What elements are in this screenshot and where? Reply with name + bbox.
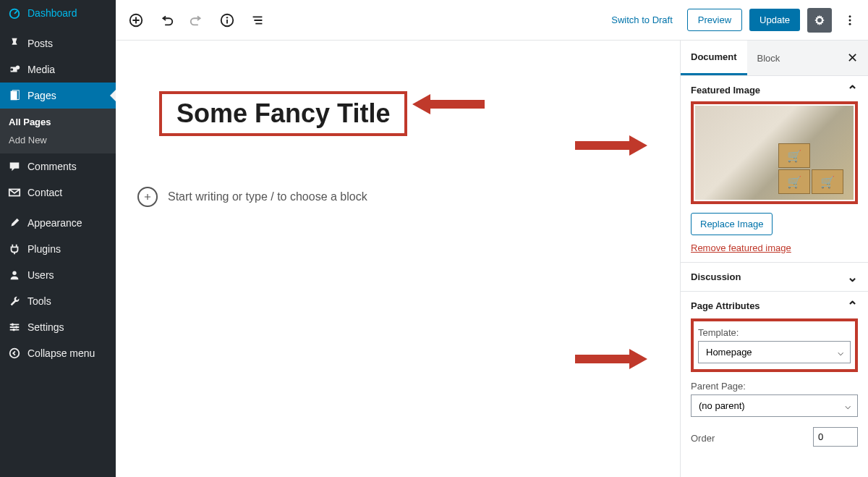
sidebar-item-label: Dashboard <box>27 7 77 19</box>
order-label: Order <box>691 433 715 444</box>
svg-point-5 <box>12 271 16 275</box>
editor-canvas: Some Fancy Title Start writing or type /… <box>116 41 680 477</box>
pin-icon <box>7 36 22 51</box>
panel-tabs: Document Block ✕ <box>681 41 868 76</box>
admin-sidebar: Dashboard Posts Media Pages All Pages Ad… <box>0 0 116 477</box>
svg-point-0 <box>10 9 20 19</box>
tab-document[interactable]: Document <box>681 41 747 75</box>
featured-image-thumbnail[interactable]: 🛒 🛒 🛒 <box>691 101 858 204</box>
tab-block[interactable]: Block <box>747 42 791 75</box>
sidebar-item-label: Collapse menu <box>27 347 95 359</box>
sidebar-item-dashboard[interactable]: Dashboard <box>0 0 116 26</box>
add-block-button[interactable] <box>123 7 149 33</box>
sidebar-item-label: Users <box>27 269 54 281</box>
annotation-arrow-featured <box>575 131 647 160</box>
section-heading: Featured Image <box>691 85 760 96</box>
svg-rect-2 <box>11 91 17 101</box>
sliders-icon <box>7 320 22 334</box>
page-attributes-section: Page Attributes ⌃ Template: Homepage Par… <box>681 292 868 455</box>
sidebar-item-tools[interactable]: Tools <box>0 288 116 314</box>
sidebar-item-label: Settings <box>27 321 64 333</box>
redo-button[interactable] <box>184 7 210 33</box>
block-placeholder[interactable]: Start writing or type / to choose a bloc… <box>168 190 367 203</box>
sidebar-item-contact[interactable]: Contact <box>0 180 116 206</box>
page-icon <box>7 88 22 103</box>
svg-point-13 <box>849 15 851 17</box>
sidebar-item-appearance[interactable]: Appearance <box>0 210 116 236</box>
discussion-section: Discussion ⌄ <box>681 263 868 292</box>
sidebar-submenu: All Pages Add New <box>0 109 116 153</box>
svg-point-7 <box>15 326 18 329</box>
undo-button[interactable] <box>153 7 179 33</box>
sidebar-item-plugins[interactable]: Plugins <box>0 236 116 262</box>
update-button[interactable]: Update <box>749 9 800 31</box>
svg-point-1 <box>16 66 20 69</box>
template-select[interactable]: Homepage <box>698 341 851 363</box>
svg-point-8 <box>12 329 15 332</box>
editor-toolbar: Switch to Draft Preview Update <box>116 0 868 41</box>
sidebar-item-posts[interactable]: Posts <box>0 30 116 56</box>
settings-toggle-button[interactable] <box>807 8 832 33</box>
sidebar-sub-add-new[interactable]: Add New <box>0 131 116 149</box>
collapse-icon <box>7 346 22 360</box>
sidebar-item-label: Tools <box>27 295 51 307</box>
preview-button[interactable]: Preview <box>687 9 742 31</box>
svg-marker-18 <box>575 349 647 369</box>
wrench-icon <box>7 294 22 308</box>
annotation-arrow-template <box>575 345 647 373</box>
annotation-arrow-title <box>412 90 485 119</box>
discussion-toggle[interactable]: Discussion ⌄ <box>691 271 858 282</box>
sidebar-item-users[interactable]: Users <box>0 262 116 288</box>
order-input[interactable] <box>813 427 858 447</box>
plug-icon <box>7 242 22 256</box>
mail-icon <box>7 185 22 200</box>
outline-button[interactable] <box>244 7 271 33</box>
sidebar-item-label: Posts <box>27 38 53 49</box>
sidebar-item-label: Plugins <box>27 243 61 255</box>
sidebar-item-label: Pages <box>27 90 56 101</box>
comment-icon <box>7 159 22 174</box>
settings-panel: Document Block ✕ Featured Image ⌃ 🛒 <box>680 41 868 477</box>
close-panel-button[interactable]: ✕ <box>837 50 868 66</box>
gauge-icon <box>7 6 22 20</box>
svg-marker-16 <box>412 94 485 114</box>
inline-add-block-button[interactable] <box>137 187 158 207</box>
template-label: Template: <box>698 327 851 338</box>
svg-marker-17 <box>575 135 647 156</box>
main-area: Switch to Draft Preview Update Some Fanc… <box>116 0 868 477</box>
svg-point-15 <box>849 22 851 25</box>
parent-page-select[interactable]: (no parent) <box>691 394 858 417</box>
page-title-input[interactable]: Some Fancy Title <box>171 98 396 129</box>
media-icon <box>7 62 22 77</box>
page-attributes-toggle[interactable]: Page Attributes ⌃ <box>691 300 858 311</box>
featured-image-toggle[interactable]: Featured Image ⌃ <box>691 85 858 96</box>
parent-label: Parent Page: <box>691 381 858 392</box>
svg-point-14 <box>849 19 851 21</box>
sidebar-item-pages[interactable]: Pages <box>0 83 116 109</box>
sidebar-item-label: Contact <box>27 187 62 198</box>
section-heading: Discussion <box>691 271 741 282</box>
sidebar-sub-all-pages[interactable]: All Pages <box>0 113 116 131</box>
annotation-highlight-title: Some Fancy Title <box>159 91 407 136</box>
info-button[interactable] <box>214 7 240 33</box>
sidebar-item-media[interactable]: Media <box>0 56 116 83</box>
sidebar-item-comments[interactable]: Comments <box>0 153 116 180</box>
switch-draft-button[interactable]: Switch to Draft <box>604 10 680 30</box>
user-icon <box>7 268 22 282</box>
annotation-highlight-template: Template: Homepage <box>691 318 858 372</box>
svg-point-9 <box>10 349 20 358</box>
featured-image-preview: 🛒 🛒 🛒 <box>695 106 854 200</box>
remove-featured-image-link[interactable]: Remove featured image <box>691 242 858 253</box>
svg-point-12 <box>226 17 228 18</box>
sidebar-item-label: Comments <box>27 161 77 172</box>
featured-image-section: Featured Image ⌃ 🛒 🛒 🛒 Repla <box>681 76 868 263</box>
more-options-button[interactable] <box>839 8 861 33</box>
sidebar-item-label: Appearance <box>27 217 82 229</box>
brush-icon <box>7 216 22 230</box>
replace-image-button[interactable]: Replace Image <box>691 213 773 235</box>
sidebar-item-settings[interactable]: Settings <box>0 314 116 340</box>
section-heading: Page Attributes <box>691 300 760 311</box>
svg-point-6 <box>12 324 14 326</box>
sidebar-item-label: Media <box>27 64 55 75</box>
sidebar-item-collapse[interactable]: Collapse menu <box>0 340 116 366</box>
